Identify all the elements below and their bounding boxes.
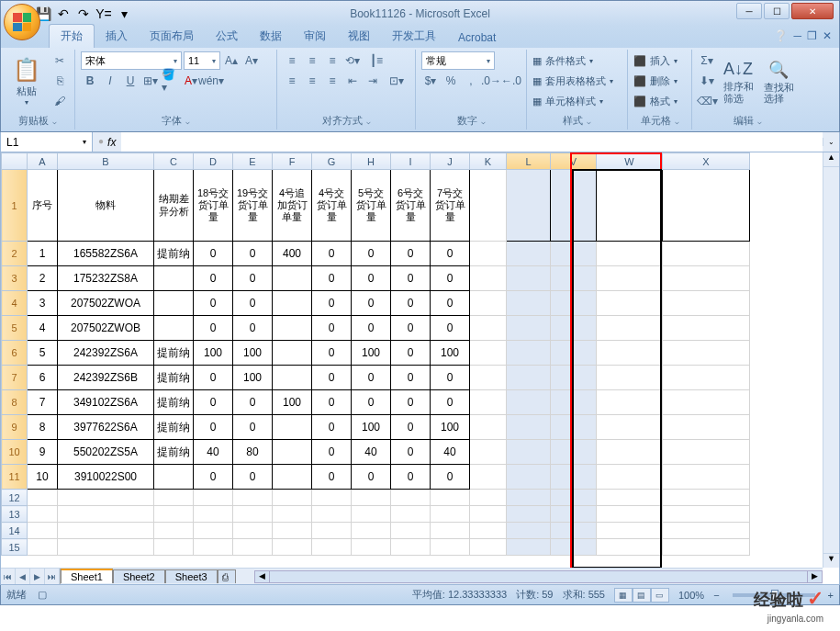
cell[interactable] xyxy=(273,506,312,523)
cell[interactable] xyxy=(58,506,154,523)
cell[interactable]: 0 xyxy=(194,291,233,316)
expand-formula-bar[interactable]: ⌄ xyxy=(823,138,839,146)
increase-decimal-button[interactable]: .0→ xyxy=(482,72,500,90)
merge-button[interactable]: ⊡▾ xyxy=(384,72,409,90)
fx-button[interactable]: fx xyxy=(107,136,116,149)
tab-insert[interactable]: 插入 xyxy=(95,25,139,48)
sheet-next-button[interactable]: ▶ xyxy=(30,569,45,584)
doc-close-button[interactable]: ✕ xyxy=(823,29,832,42)
cell[interactable]: 0 xyxy=(352,366,391,390)
col-header-F[interactable]: F xyxy=(273,153,312,170)
cell[interactable] xyxy=(431,506,470,523)
cell[interactable] xyxy=(154,291,194,316)
currency-button[interactable]: $▾ xyxy=(421,72,440,90)
cell[interactable]: 3910022S00 xyxy=(58,465,154,490)
cell[interactable]: 1 xyxy=(28,242,58,266)
cell[interactable]: 0 xyxy=(431,465,470,490)
cell[interactable] xyxy=(431,539,470,556)
cell[interactable] xyxy=(273,539,312,556)
cell[interactable]: 165582ZS6A xyxy=(58,242,154,266)
phonetic-button[interactable]: wén▾ xyxy=(202,72,220,90)
col-header-C[interactable]: C xyxy=(154,153,194,170)
cell[interactable]: 100 xyxy=(194,341,233,366)
cell[interactable]: 0 xyxy=(352,465,391,490)
cell[interactable] xyxy=(273,291,312,316)
cell[interactable]: 4 xyxy=(28,316,58,341)
cell[interactable] xyxy=(391,523,431,539)
cell[interactable]: 0 xyxy=(352,266,391,291)
sheet-tab-3[interactable]: Sheet3 xyxy=(165,569,218,583)
cell[interactable] xyxy=(312,490,352,506)
cell[interactable]: 0 xyxy=(312,242,352,266)
cell[interactable] xyxy=(273,341,312,366)
undo-button[interactable]: ↶ xyxy=(54,5,73,23)
cell[interactable] xyxy=(194,506,233,523)
row-header-11[interactable]: 11 xyxy=(2,465,28,490)
cell[interactable]: 40 xyxy=(352,440,391,465)
cell[interactable]: 0 xyxy=(431,366,470,390)
cancel-formula-icon[interactable]: ● xyxy=(98,136,104,149)
cell[interactable]: 0 xyxy=(352,390,391,415)
cell[interactable]: 提前纳 xyxy=(154,242,194,266)
cell[interactable]: 7 xyxy=(28,390,58,415)
cell[interactable]: 0 xyxy=(391,465,431,490)
cell[interactable]: 242392ZS6A xyxy=(58,341,154,366)
header-cell[interactable]: 6号交货订单量 xyxy=(391,170,431,242)
cell[interactable]: 0 xyxy=(352,316,391,341)
cell[interactable] xyxy=(233,506,273,523)
cell[interactable]: 0 xyxy=(233,266,273,291)
col-header-L[interactable]: L xyxy=(507,153,551,170)
cell[interactable] xyxy=(58,539,154,556)
header-cell[interactable]: 5号交货订单量 xyxy=(352,170,391,242)
cell[interactable]: 提前纳 xyxy=(154,440,194,465)
cell[interactable]: 提前纳 xyxy=(154,341,194,366)
font-name-combo[interactable]: 宋体▾ xyxy=(81,51,182,70)
cell[interactable]: 100 xyxy=(352,415,391,440)
cell[interactable]: 100 xyxy=(233,366,273,390)
cell[interactable]: 0 xyxy=(431,242,470,266)
paste-button[interactable]: 📋 粘贴 ▾ xyxy=(6,51,47,112)
tab-page-layout[interactable]: 页面布局 xyxy=(139,25,205,48)
conditional-format-button[interactable]: ▦条件格式▾ xyxy=(532,51,593,70)
align-top-button[interactable]: ≡ xyxy=(283,51,301,70)
decrease-decimal-button[interactable]: ←.0 xyxy=(502,72,521,90)
sort-filter-button[interactable]: A↓Z 排序和 筛选 xyxy=(720,51,756,112)
cell[interactable]: 40 xyxy=(431,440,470,465)
cell[interactable]: 0 xyxy=(391,242,431,266)
minimize-button[interactable]: ─ xyxy=(736,3,762,19)
vertical-scrollbar[interactable]: ▲ ▼ xyxy=(823,152,839,568)
tab-acrobat[interactable]: Acrobat xyxy=(447,28,507,48)
zoom-in-button[interactable]: + xyxy=(828,590,834,601)
cell[interactable]: 0 xyxy=(312,316,352,341)
cell[interactable]: 400 xyxy=(273,242,312,266)
row-header-14[interactable]: 14 xyxy=(2,523,28,539)
redo-button[interactable]: ↷ xyxy=(74,5,93,23)
cell[interactable]: 175232ZS8A xyxy=(58,266,154,291)
cell[interactable]: 3 xyxy=(28,291,58,316)
row-header-12[interactable]: 12 xyxy=(2,490,28,506)
row-header-6[interactable]: 6 xyxy=(2,341,28,366)
formula-input[interactable] xyxy=(121,132,823,152)
sheet-prev-button[interactable]: ◀ xyxy=(16,569,30,584)
cell[interactable] xyxy=(352,539,391,556)
cell[interactable] xyxy=(312,539,352,556)
spreadsheet-grid[interactable]: ABCDEFGHIJKLVWX1序号物料纳期差异分析18号交货订单量19号交货订… xyxy=(0,152,840,585)
cell[interactable]: 0 xyxy=(391,291,431,316)
cell[interactable] xyxy=(273,266,312,291)
cell[interactable] xyxy=(273,523,312,539)
cell[interactable]: 9 xyxy=(28,440,58,465)
header-cell[interactable]: 18号交货订单量 xyxy=(194,170,233,242)
cell[interactable]: 0 xyxy=(352,291,391,316)
sheet-first-button[interactable]: ⏮ xyxy=(1,569,16,584)
sort-button[interactable]: Y= xyxy=(95,5,113,23)
underline-button[interactable]: U xyxy=(121,72,140,90)
scroll-down-button[interactable]: ▼ xyxy=(823,553,839,568)
cell[interactable]: 0 xyxy=(312,266,352,291)
tab-view[interactable]: 视图 xyxy=(337,25,381,48)
cell[interactable]: 0 xyxy=(312,465,352,490)
cell[interactable]: 8 xyxy=(28,415,58,440)
cell[interactable] xyxy=(312,506,352,523)
cut-button[interactable]: ✂ xyxy=(50,51,69,70)
clear-button[interactable]: ⌫▾ xyxy=(698,92,716,110)
row-header-1[interactable]: 1 xyxy=(2,170,28,242)
